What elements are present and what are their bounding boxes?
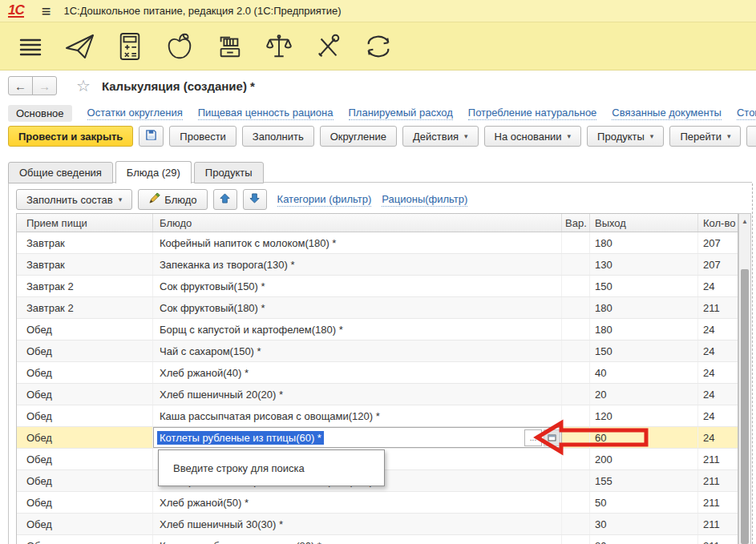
- table-row[interactable]: ОбедХлеб ржаной(40) *4024: [17, 362, 738, 384]
- table-row[interactable]: ОбедХлеб ржаной(50) *50211: [17, 492, 738, 514]
- move-up-button[interactable]: [213, 189, 237, 210]
- meal-cell[interactable]: Обед: [17, 362, 153, 383]
- column-header-quantity[interactable]: Кол-во: [698, 214, 738, 232]
- output-cell[interactable]: 150: [590, 341, 698, 361]
- scales-icon[interactable]: [263, 30, 295, 62]
- variant-cell[interactable]: [562, 492, 590, 513]
- send-icon[interactable]: [64, 30, 96, 62]
- quantity-cell[interactable]: 207: [698, 254, 738, 275]
- apple-icon[interactable]: [164, 30, 196, 62]
- output-cell[interactable]: 150: [590, 276, 698, 296]
- tab-products[interactable]: Продукты: [194, 162, 264, 183]
- search-hint-popup[interactable]: Введите строку для поиска: [158, 449, 385, 486]
- table-row[interactable]: ОбедКотлеты рубленые из птицы(80) *80211: [17, 535, 738, 544]
- variant-cell[interactable]: [562, 319, 590, 340]
- dish-cell[interactable]: Хлеб пшеничный 30(30) *: [153, 514, 562, 534]
- section-link-food-cost[interactable]: Стоимость питания: [737, 107, 756, 120]
- meal-cell[interactable]: Завтрак: [17, 232, 153, 253]
- quantity-cell[interactable]: 24: [698, 319, 738, 340]
- quantity-cell[interactable]: 24: [698, 341, 738, 361]
- forward-button[interactable]: →: [32, 76, 57, 95]
- variant-cell[interactable]: [562, 297, 590, 318]
- output-cell[interactable]: 155: [590, 470, 698, 491]
- table-row[interactable]: ОбедХлеб пшеничный 20(20) *2024: [17, 384, 738, 405]
- section-link-main[interactable]: Основное: [8, 105, 72, 122]
- rations-filter-link[interactable]: Рационы(фильтр): [382, 193, 467, 207]
- quantity-cell[interactable]: 24: [698, 276, 738, 296]
- table-row[interactable]: Завтрак 2Сок фруктовый(180) *180211: [17, 297, 738, 319]
- move-down-button[interactable]: [243, 189, 267, 210]
- variant-cell[interactable]: [562, 276, 590, 296]
- column-header-output[interactable]: Выход: [590, 214, 698, 232]
- table-row[interactable]: ЗавтракКофейный напиток с молоком(180) *…: [17, 232, 738, 254]
- dish-cell[interactable]: Хлеб пшеничный 20(20) *: [153, 384, 562, 405]
- quantity-cell[interactable]: 211: [698, 470, 738, 491]
- dish-cell[interactable]: Запеканка из творога(130) *: [153, 254, 562, 275]
- output-cell[interactable]: 30: [590, 514, 698, 534]
- column-header-meal[interactable]: Прием пищи: [17, 214, 153, 232]
- variant-cell[interactable]: [562, 405, 590, 426]
- section-link-planned-expense[interactable]: Планируемый расход: [349, 107, 453, 120]
- dish-cell[interactable]: Сок фруктовый(150) *: [153, 276, 562, 296]
- table-row[interactable]: ОбедХлеб пшеничный 30(30) *30211: [17, 514, 738, 535]
- variant-cell[interactable]: [562, 232, 590, 253]
- scrollbar-thumb[interactable]: [741, 269, 749, 544]
- goto-dropdown-button[interactable]: Перейти▾: [669, 126, 741, 147]
- meal-cell[interactable]: Обед: [17, 427, 153, 448]
- variant-cell[interactable]: [562, 449, 590, 469]
- meal-cell[interactable]: Обед: [17, 341, 153, 361]
- column-header-variant[interactable]: Вар.: [562, 214, 590, 232]
- variant-cell[interactable]: [562, 384, 590, 405]
- variant-cell[interactable]: [562, 470, 590, 491]
- table-row[interactable]: ОбедБорщ с капустой и картофелем(180) *1…: [17, 319, 738, 341]
- dish-cell[interactable]: Каша рассыпчатая рисовая с овощами(120) …: [153, 405, 562, 426]
- dish-cell[interactable]: Кофейный напиток с молоком(180) *: [153, 232, 562, 253]
- table-row[interactable]: ЗавтракЗапеканка из творога(130) *130207: [17, 254, 738, 276]
- post-and-close-button[interactable]: Провести и закрыть: [8, 126, 133, 147]
- meal-cell[interactable]: Завтрак 2: [17, 297, 153, 318]
- rounding-button[interactable]: Округление: [320, 126, 397, 147]
- based-on-dropdown-button[interactable]: На основании▾: [484, 126, 582, 147]
- quantity-cell[interactable]: 211: [698, 297, 738, 318]
- fill-button[interactable]: Заполнить: [242, 126, 314, 147]
- quantity-cell[interactable]: 207: [698, 232, 738, 253]
- quantity-cell[interactable]: 211: [698, 449, 738, 469]
- variant-cell[interactable]: [562, 362, 590, 383]
- dish-cell[interactable]: Сок фруктовый(180) *: [153, 297, 562, 318]
- meal-cell[interactable]: Обед: [17, 514, 153, 534]
- quantity-cell[interactable]: 24: [698, 405, 738, 426]
- open-icon[interactable]: [544, 429, 560, 446]
- meal-cell[interactable]: Обед: [17, 449, 153, 469]
- fill-composition-dropdown-button[interactable]: Заполнить состав▾: [16, 189, 132, 210]
- scroll-up-icon[interactable]: ▲: [739, 214, 750, 229]
- variant-cell[interactable]: [562, 341, 590, 361]
- quantity-cell[interactable]: 211: [698, 535, 738, 544]
- output-cell[interactable]: 120: [590, 405, 698, 426]
- variant-cell[interactable]: [562, 535, 590, 544]
- window-menu-icon[interactable]: ≡: [42, 3, 51, 19]
- meal-cell[interactable]: Обед: [17, 470, 153, 491]
- dish-cell[interactable]: Хлеб ржаной(40) *: [153, 362, 562, 383]
- meal-cell[interactable]: Обед: [17, 535, 153, 544]
- quantity-cell[interactable]: 211: [698, 492, 738, 513]
- output-cell[interactable]: 130: [590, 254, 698, 275]
- tab-dishes[interactable]: Блюда (29): [115, 161, 192, 183]
- output-cell[interactable]: 20: [590, 384, 698, 405]
- edit-dish-button[interactable]: Блюдо: [138, 189, 207, 210]
- save-button[interactable]: [139, 126, 164, 147]
- dish-cell[interactable]: Чай с сахаром(150) *: [153, 341, 562, 361]
- categories-filter-link[interactable]: Категории (фильтр): [277, 193, 372, 207]
- table-row[interactable]: Завтрак 2Сок фруктовый(150) *15024: [17, 276, 738, 297]
- output-cell[interactable]: 180: [590, 319, 698, 340]
- output-cell[interactable]: 50: [590, 492, 698, 513]
- meal-cell[interactable]: Обед: [17, 492, 153, 513]
- table-row[interactable]: ОбедКотлеты рубленые из птицы(60) *...60…: [17, 427, 738, 449]
- tab-general-info[interactable]: Общие сведения: [8, 162, 113, 183]
- output-cell[interactable]: 80: [590, 535, 698, 544]
- dish-cell[interactable]: Хлеб ржаной(50) *: [153, 492, 562, 513]
- meal-cell[interactable]: Завтрак: [17, 254, 153, 275]
- output-cell[interactable]: 200: [590, 449, 698, 469]
- post-button[interactable]: Провести: [169, 126, 237, 147]
- table-row[interactable]: ОбедЧай с сахаром(150) *15024: [17, 341, 738, 362]
- ellipsis-button[interactable]: ...: [524, 429, 542, 446]
